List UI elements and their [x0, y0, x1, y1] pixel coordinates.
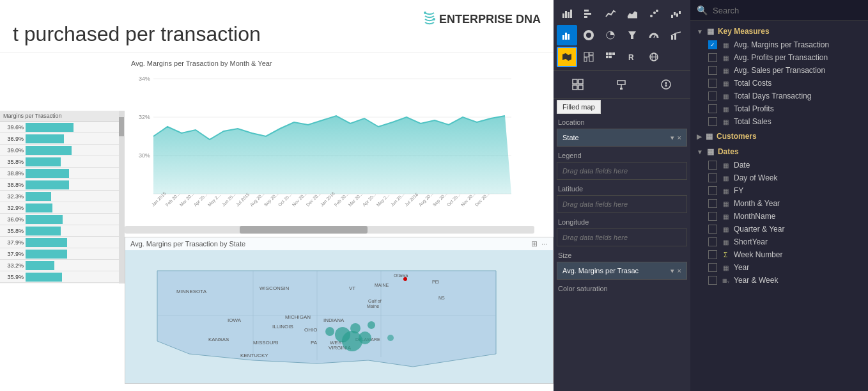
bar-fill	[26, 203, 52, 212]
bar-chart-2-icon[interactable]	[557, 25, 577, 45]
field-total-profits[interactable]: ▦ Total Profits	[690, 102, 868, 115]
donut-chart-icon[interactable]	[578, 25, 599, 45]
field-avg-margins[interactable]: ▦ Avg. Margins per Trasaction	[690, 38, 868, 51]
customers-header[interactable]: ▶ ▦ Customers	[690, 129, 868, 143]
dates-header[interactable]: ▼ ▦ Dates	[690, 145, 868, 159]
filled-map-icon[interactable]	[557, 47, 577, 67]
field-short-year[interactable]: ▦ ShortYear	[690, 235, 868, 248]
field-date[interactable]: ▦ Date	[690, 159, 868, 172]
legend-dropzone[interactable]: Drag data fields here	[557, 162, 687, 180]
r-script-icon[interactable]: R	[622, 47, 642, 67]
bar-fill	[26, 261, 54, 270]
globe-icon[interactable]	[644, 47, 664, 67]
svg-text:May 2...: May 2...	[207, 193, 222, 207]
total-days-type-icon: ▦	[721, 93, 730, 100]
line-chart-area: Avg. Margins per Trasaction by Month & Y…	[125, 53, 554, 226]
page-title: t purchased per transaction	[6, 10, 274, 49]
customers-table-icon: ▦	[706, 132, 713, 141]
latitude-dropzone[interactable]: Drag data fields here	[557, 195, 687, 213]
svg-text:PA: PA	[311, 340, 318, 346]
vertical-scrollbar[interactable]	[119, 111, 124, 283]
funnel-icon[interactable]	[622, 25, 642, 45]
key-measures-group: ▼ ▦ Key Measures ▦ Avg. Margins per Tras…	[690, 24, 868, 128]
size-close-icon[interactable]: ×	[678, 267, 681, 275]
field-fy[interactable]: ▦ FY	[690, 184, 868, 197]
more-options-icon[interactable]: ···	[541, 239, 548, 248]
size-dropdown-icon[interactable]: ▾	[670, 267, 674, 275]
latitude-label: Latitude	[557, 185, 687, 193]
state-field-box[interactable]: State ▾ ×	[557, 129, 687, 147]
key-measures-header[interactable]: ▼ ▦ Key Measures	[690, 24, 868, 38]
legend-section: Legend Drag data fields here	[557, 152, 687, 180]
total-profits-check	[708, 104, 717, 113]
waterfall-icon[interactable]	[665, 3, 686, 24]
state-dropdown-icon[interactable]: ▾	[670, 134, 674, 142]
analytics-icon[interactable]	[656, 74, 676, 95]
dates-table-icon: ▦	[707, 147, 714, 156]
filled-map-tooltip: Filled map	[557, 100, 601, 114]
area-chart-icon[interactable]	[622, 3, 642, 24]
viz-icons-top: R	[554, 0, 690, 71]
state-close-icon[interactable]: ×	[678, 134, 681, 141]
customers-expand-icon: ▶	[697, 133, 702, 140]
combo-chart-icon[interactable]	[665, 25, 686, 45]
svg-text:MINNESOTA: MINNESOTA	[176, 289, 207, 294]
avg-profits-check	[708, 53, 717, 62]
field-avg-profits[interactable]: ▦ Avg. Profits per Transaction	[690, 51, 868, 64]
field-month-name[interactable]: ▦ MonthName	[690, 210, 868, 223]
day-of-week-label: Day of Week	[734, 173, 777, 182]
avg-margins-type-icon: ▦	[721, 42, 730, 49]
svg-rect-93	[612, 52, 615, 55]
matrix-icon[interactable]	[600, 47, 621, 67]
line-chart-icon[interactable]	[600, 3, 621, 24]
bar-row: 38.8%	[0, 168, 124, 179]
svg-text:Oct 20...: Oct 20...	[277, 192, 293, 207]
year-check	[708, 263, 717, 272]
field-total-costs[interactable]: ▦ Total Costs	[690, 77, 868, 90]
bar-row: 35.8%	[0, 225, 124, 237]
field-year[interactable]: ▦ Year	[690, 261, 868, 274]
size-section: Size Avg. Margins per Trasac ▾ ×	[557, 251, 687, 280]
field-day-of-week[interactable]: ▦ Day of Week	[690, 172, 868, 184]
svg-text:KENTUCKY: KENTUCKY	[240, 353, 268, 358]
pie-chart-icon[interactable]	[600, 25, 621, 45]
field-quarter-year[interactable]: ▦ Quarter & Year	[690, 223, 868, 235]
field-avg-sales[interactable]: ▦ Avg. Sales per Transaction	[690, 64, 868, 77]
search-input[interactable]	[713, 6, 862, 15]
bar-fill	[26, 180, 69, 189]
horizontal-scrollbar[interactable]	[125, 226, 534, 234]
svg-rect-101	[578, 79, 583, 84]
field-month-year[interactable]: ▦ Month & Year	[690, 197, 868, 210]
scrollbar-thumb[interactable]	[119, 117, 124, 136]
search-bar: 🔍	[690, 0, 868, 21]
size-field-box[interactable]: Avg. Margins per Trasac ▾ ×	[557, 262, 687, 280]
field-year-week[interactable]: ▦ᵧ Year & Week	[690, 274, 868, 287]
field-week-number[interactable]: Σ Week Number	[690, 248, 868, 261]
format-icon[interactable]	[568, 74, 588, 95]
bar-chart-icon[interactable]	[557, 3, 577, 24]
field-total-sales[interactable]: ▦ Total Sales	[690, 115, 868, 128]
middle-panel: R Filled map Location State ▾ ×	[554, 0, 690, 391]
legend-label: Legend	[557, 152, 687, 159]
treemap-icon[interactable]	[578, 47, 599, 67]
scatter-chart-icon[interactable]	[644, 3, 664, 24]
svg-text:IOWA: IOWA	[228, 317, 242, 323]
paint-roller-icon[interactable]	[612, 74, 632, 95]
longitude-dropzone[interactable]: Drag data fields here	[557, 228, 687, 246]
svg-rect-77	[679, 11, 681, 14]
year-type-icon: ▦	[721, 264, 730, 271]
svg-text:30%: 30%	[139, 152, 150, 159]
gauge-icon[interactable]	[644, 25, 664, 45]
bar-fill	[26, 146, 72, 155]
field-total-days[interactable]: ▦ Total Days Transacting	[690, 90, 868, 102]
year-week-type-icon: ▦ᵧ	[721, 278, 730, 283]
bar-fill	[26, 123, 74, 132]
svg-point-60	[368, 321, 375, 329]
svg-point-0	[424, 12, 426, 14]
svg-rect-67	[570, 10, 572, 18]
expand-map-icon[interactable]: ⊞	[531, 239, 538, 248]
month-year-type-icon: ▦	[721, 200, 730, 207]
horizontal-scrollbar-thumb[interactable]	[240, 226, 368, 234]
dna-icon	[420, 10, 439, 29]
column-chart-icon[interactable]	[578, 3, 599, 24]
